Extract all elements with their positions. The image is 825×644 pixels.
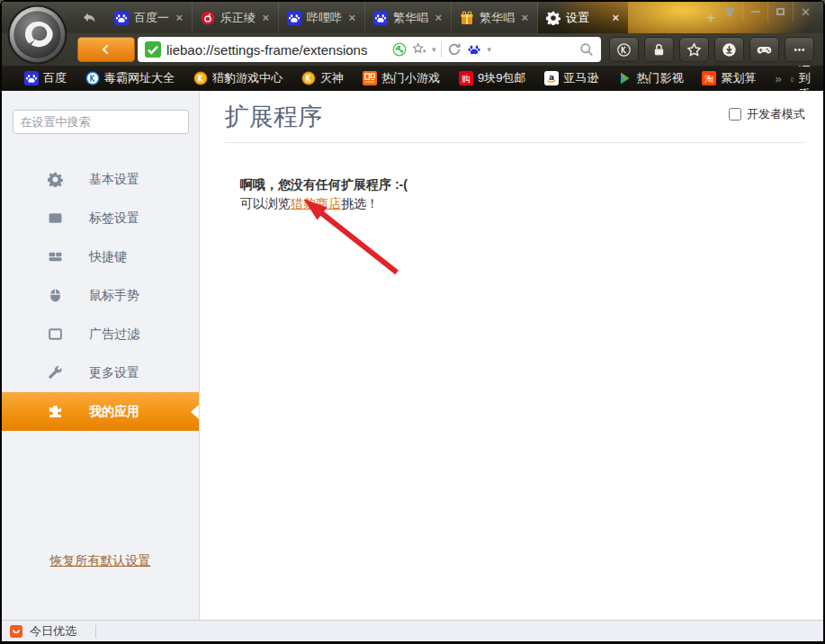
store-link[interactable]: 猎豹商店: [291, 196, 341, 210]
sidebar-item-apps[interactable]: 我的应用: [2, 392, 199, 431]
maximize-button[interactable]: [767, 2, 793, 22]
close-icon: ✕: [801, 5, 811, 19]
sidebar-item-label: 更多设置: [89, 365, 139, 381]
favorite-star-icon[interactable]: [412, 42, 426, 57]
music-badge-icon: [201, 11, 215, 25]
kingsoft-button[interactable]: [609, 37, 639, 62]
settings-search-input[interactable]: [13, 110, 189, 134]
sidebar-item-wrench[interactable]: 更多设置: [2, 353, 199, 392]
baidu-paw-icon: [373, 11, 388, 25]
search-engine-caret[interactable]: ▾: [487, 45, 491, 54]
tab-title: 繁华唱...: [393, 10, 428, 26]
refresh-icon[interactable]: [447, 42, 462, 57]
tab-settings-active[interactable]: 设置×: [538, 2, 628, 33]
tab-bar: 百度一...×乐正绫 ...×哔哩哔...×繁华唱...×繁华唱...×设置× …: [2, 2, 823, 33]
tab-0[interactable]: 百度一...×: [106, 2, 193, 33]
close-button[interactable]: ✕: [793, 2, 818, 22]
baidu-paw-icon: [114, 11, 129, 25]
sidebar-item-label: 广告过滤: [89, 326, 139, 343]
sidebar-item-tab-square[interactable]: 标签设置: [2, 199, 199, 237]
tab-strip: 百度一...×乐正绫 ...×哔哩哔...×繁华唱...×繁华唱...×设置×: [106, 2, 628, 33]
bookmark-item[interactable]: 热门小游戏: [357, 70, 445, 86]
active-item-notch: [191, 405, 199, 419]
security-button[interactable]: [644, 37, 674, 62]
bookmarks-bar: 百度毒霸网址大全猎豹游戏中心灭神热门小游戏购9块9包邮a亚马逊热门影视淘聚划算 …: [2, 66, 823, 91]
bookmark-label: 猎豹游戏中心: [212, 70, 282, 86]
tab-title: 乐正绫 ...: [220, 10, 256, 26]
back-button[interactable]: [77, 37, 135, 62]
video-play-icon: [617, 71, 632, 85]
tab-close-icon[interactable]: ×: [347, 11, 356, 24]
wrench-icon: [48, 365, 63, 380]
reply-arrow-icon[interactable]: [81, 10, 97, 26]
settings-nav: 基本设置标签设置快捷键鼠标手势广告过滤更多设置我的应用: [2, 160, 199, 431]
sidebar-item-label: 鼠标手势: [89, 288, 139, 304]
bookmark-item[interactable]: 淘聚划算: [696, 70, 761, 86]
bookmark-item[interactable]: 毒霸网址大全: [80, 70, 180, 86]
sidebar-item-ad-filter[interactable]: 广告过滤: [2, 315, 199, 353]
star-dropdown-caret[interactable]: ▾: [432, 45, 436, 54]
minimize-button[interactable]: [742, 2, 767, 22]
bookmark-item[interactable]: 猎豹游戏中心: [188, 70, 288, 86]
apps-icon: [48, 404, 63, 419]
maximize-icon: [776, 8, 785, 15]
fan-icon[interactable]: [392, 42, 407, 57]
bookmark-item[interactable]: a亚马逊: [539, 70, 604, 86]
bookmark-item[interactable]: 百度: [19, 70, 72, 86]
navigation-toolbar: liebao://settings-frame/extensions ▾ ▾: [2, 33, 823, 66]
empty-message-line2: 可以浏览猎豹商店挑选！: [240, 194, 823, 213]
shirt-icon: [723, 5, 736, 18]
amazon-icon: a: [544, 71, 559, 85]
k-circle-gold-icon: [301, 71, 316, 85]
svg-text:淘: 淘: [704, 74, 713, 84]
tab-square-icon: [48, 210, 63, 226]
downloads-button[interactable]: [714, 37, 744, 62]
reset-defaults-link[interactable]: 恢复所有默认设置: [2, 553, 199, 569]
bookmarks-button[interactable]: [679, 37, 709, 62]
search-engine-baidu-icon[interactable]: [467, 42, 481, 57]
tab-close-icon[interactable]: ×: [520, 11, 529, 24]
minimize-icon: [751, 11, 760, 13]
games-button[interactable]: [749, 37, 779, 62]
bookmark-label: 聚划算: [721, 70, 756, 86]
sidebar-item-label: 我的应用: [89, 404, 139, 420]
tab-close-icon[interactable]: ×: [611, 11, 620, 24]
mouse-icon: [48, 288, 63, 303]
developer-mode-label: 开发者模式: [747, 106, 805, 122]
tab-close-icon[interactable]: ×: [261, 11, 270, 24]
sidebar-item-hotkeys[interactable]: 快捷键: [2, 237, 199, 276]
extensions-panel: 扩展程序 开发者模式 啊哦，您没有任何扩展程序 :-( 可以浏览猎豹商店挑选！: [200, 91, 823, 620]
game-orange-icon: [363, 71, 377, 85]
bookmark-item[interactable]: 灭神: [296, 70, 349, 86]
tab-close-icon[interactable]: ×: [175, 11, 184, 24]
tab-2[interactable]: 哔哩哔...×: [279, 2, 365, 33]
shopping-bag-icon: [9, 624, 23, 639]
status-label[interactable]: 今日优选: [30, 623, 76, 640]
sidebar-item-gear[interactable]: 基本设置: [2, 160, 199, 199]
bookmark-label: 热门小游戏: [381, 70, 440, 86]
tab-title: 繁华唱...: [480, 10, 515, 26]
svg-text:a: a: [549, 73, 554, 82]
url-text[interactable]: liebao://settings-frame/extensions: [166, 42, 367, 58]
bookmarks-overflow-chevron[interactable]: »: [775, 72, 781, 85]
developer-mode-checkbox[interactable]: [729, 108, 741, 121]
bookmark-item[interactable]: 热门影视: [612, 70, 688, 86]
skin-button[interactable]: [717, 2, 742, 22]
sidebar-item-mouse[interactable]: 鼠标手势: [2, 276, 199, 315]
tao-red-icon: 淘: [702, 71, 716, 85]
search-icon[interactable]: [579, 42, 594, 57]
empty-extensions-message: 啊哦，您没有任何扩展程序 :-( 可以浏览猎豹商店挑选！: [240, 175, 823, 213]
liebao-logo[interactable]: [7, 4, 67, 65]
tab-4[interactable]: 繁华唱...×: [452, 2, 538, 33]
status-bar: 今日优选: [2, 620, 823, 641]
tab-3[interactable]: 繁华唱...×: [365, 2, 452, 33]
ellipsis-icon: [792, 42, 807, 58]
baidu-paw-icon: [287, 11, 301, 25]
address-bar[interactable]: liebao://settings-frame/extensions ▾ ▾: [138, 37, 601, 62]
tab-close-icon[interactable]: ×: [434, 11, 443, 24]
developer-mode-toggle: 开发者模式: [729, 106, 805, 122]
gear-icon: [48, 172, 63, 187]
tab-1[interactable]: 乐正绫 ...×: [193, 2, 279, 33]
bookmark-item[interactable]: 购9块9包邮: [453, 70, 531, 86]
menu-button[interactable]: [785, 37, 814, 62]
